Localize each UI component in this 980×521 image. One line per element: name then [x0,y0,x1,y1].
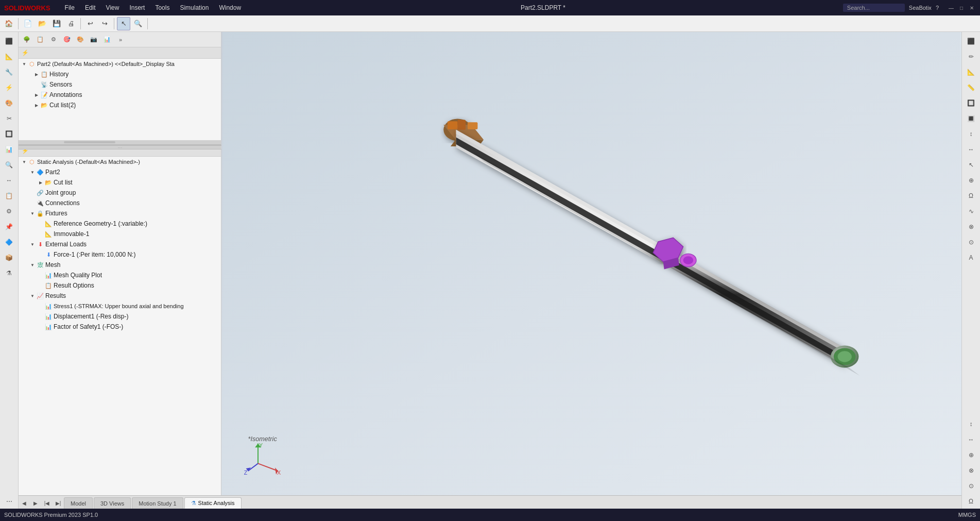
3d-viewport[interactable]: Y Z X *Isometric [221,32,961,509]
part2-arrow[interactable]: ▼ [29,169,36,176]
right-icon-bottom-6[interactable]: Ω [964,494,978,509]
sidebar-icon-11[interactable]: 📋 [2,189,16,203]
save-button[interactable]: 💾 [50,17,63,30]
sidebar-icon-bottom[interactable]: ⋯ [2,494,16,509]
sidebar-icon-13[interactable]: 📌 [2,220,16,234]
panel-splitter[interactable]: ··· [19,145,221,149]
right-icon-10[interactable]: ⊕ [964,173,978,188]
tab-next-btn[interactable]: ▶ [31,498,40,508]
right-icon-bottom-1[interactable]: ↕ [964,417,978,431]
sim-ext-loads[interactable]: ▼ ⬇ External Loads [19,239,221,249]
close-button[interactable]: ✕ [968,4,976,12]
right-icon-4[interactable]: 📏 [964,80,978,95]
redo-button[interactable]: ↪ [98,17,111,30]
sim-immovable[interactable]: ▶ 📐 Immovable-1 [19,229,221,239]
feature-tree-btn[interactable]: 🌳 [21,33,33,46]
sim-mesh[interactable]: ▼ 🕸 Mesh [19,260,221,270]
fixtures-arrow[interactable]: ▼ [29,210,36,217]
right-icon-1[interactable]: ⬛ [964,34,978,48]
tab-motion-study[interactable]: Motion Study 1 [132,497,183,509]
menu-tools[interactable]: Tools [153,3,171,12]
right-icon-5[interactable]: 🔲 [964,96,978,110]
sim-joint-group[interactable]: ▶ 🔗 Joint group [19,188,221,198]
sim-force1[interactable]: ▶ ⬇ Force-1 (:Per item: 10,000 N:) [19,249,221,260]
right-icon-bottom-2[interactable]: ↔ [964,432,978,447]
tree-item-cut-list[interactable]: ▶ 📂 Cut list(2) [19,100,221,110]
sim-fos1[interactable]: ▶ 📊 Factor of Safety1 (-FOS-) [19,322,221,332]
dim-xpert-btn[interactable]: 🎯 [61,33,73,46]
sim-results[interactable]: ▼ 📈 Results [19,291,221,301]
sim-ref-geo[interactable]: ▶ 📐 Reference Geometry-1 (:variable:) [19,219,221,229]
right-icon-9[interactable]: ↖ [964,158,978,172]
sim-part2[interactable]: ▼ 🔷 Part2 [19,167,221,177]
maximize-button[interactable]: □ [957,4,966,12]
config-manager-btn[interactable]: ⚙ [47,33,60,46]
sim-connections[interactable]: ▶ 🔌 Connections [19,198,221,208]
sidebar-icon-7[interactable]: 🔲 [2,127,16,141]
right-icon-13[interactable]: ⊗ [964,220,978,234]
right-icon-11[interactable]: Ω [964,189,978,203]
mesh-arrow[interactable]: ▼ [29,261,36,268]
tree-root-item[interactable]: ▼ ⬡ Part2 (Default<As Machined>) <<Defau… [19,59,221,69]
sidebar-icon-12[interactable]: ⚙ [2,204,16,219]
sim-displacement1[interactable]: ▶ 📊 Displacement1 (-Res disp-) [19,311,221,322]
sidebar-icon-15[interactable]: 📦 [2,250,16,265]
scroll-thumb-h[interactable] [64,141,115,143]
horizontal-scrollbar[interactable] [19,140,221,144]
sidebar-icon-14[interactable]: 🔷 [2,235,16,249]
simulation-study-btn[interactable]: 📊 [101,33,113,46]
select-button[interactable]: ↖ [117,17,130,30]
menu-view[interactable]: View [104,3,122,12]
cut-list-arrow[interactable]: ▶ [33,102,40,109]
cam-btn[interactable]: 📷 [88,33,100,46]
tab-3d-views[interactable]: 3D Views [94,497,131,509]
sidebar-icon-6[interactable]: ✂ [2,111,16,126]
menu-insert[interactable]: Insert [127,3,147,12]
right-icon-7[interactable]: ↕ [964,127,978,141]
open-button[interactable]: 📂 [36,17,49,30]
sidebar-icon-9[interactable]: 🔍 [2,158,16,172]
tree-item-history[interactable]: ▶ 📋 History [19,69,221,79]
sidebar-icon-1[interactable]: ⬛ [2,34,16,48]
undo-button[interactable]: ↩ [83,17,97,30]
right-icon-15[interactable]: A [964,250,978,265]
search-bar[interactable]: Search... [843,4,905,12]
history-arrow[interactable]: ▶ [33,71,40,78]
print-button[interactable]: 🖨 [64,17,78,30]
right-icon-12[interactable]: ∿ [964,204,978,219]
sim-mesh-quality[interactable]: ▶ 📊 Mesh Quality Plot [19,270,221,280]
ext-loads-arrow[interactable]: ▼ [29,241,36,248]
sim-root-arrow[interactable]: ▼ [21,158,28,165]
sim-stress1[interactable]: ▶ 📊 Stress1 (-STRMAX: Upper bound axial … [19,301,221,311]
sidebar-icon-5[interactable]: 🎨 [2,96,16,110]
right-icon-bottom-3[interactable]: ⊕ [964,448,978,462]
sidebar-icon-8[interactable]: 📊 [2,142,16,157]
tab-model[interactable]: Model [64,497,93,509]
zoom-button[interactable]: 🔍 [131,17,145,30]
annotations-arrow[interactable]: ▶ [33,91,40,98]
appearance-btn[interactable]: 🎨 [74,33,87,46]
menu-window[interactable]: Window [217,3,243,12]
sim-result-options[interactable]: ▶ 📋 Result Options [19,280,221,291]
right-icon-6[interactable]: 🔳 [964,111,978,126]
sim-cut-list[interactable]: ▶ 📂 Cut list [19,177,221,188]
tab-prev-btn[interactable]: ◀ [20,498,29,508]
menu-file[interactable]: File [63,3,77,12]
sim-fixtures[interactable]: ▼ 🔒 Fixtures [19,208,221,219]
right-icon-bottom-4[interactable]: ⊗ [964,463,978,478]
sidebar-icon-10[interactable]: ↔ [2,173,16,188]
sidebar-icon-4[interactable]: ⚡ [2,80,16,95]
minimize-button[interactable]: — [947,4,955,12]
tab-last-btn[interactable]: ▶| [54,498,63,508]
right-icon-14[interactable]: ⊙ [964,235,978,249]
tab-first-btn[interactable]: |◀ [42,498,51,508]
right-icon-2[interactable]: ✏ [964,49,978,64]
cut-list-sim-arrow[interactable]: ▶ [37,179,44,186]
help-icon[interactable]: ? [936,5,939,11]
right-icon-8[interactable]: ↔ [964,142,978,157]
right-icon-3[interactable]: 📐 [964,65,978,79]
menu-edit[interactable]: Edit [83,3,98,12]
tree-item-annotations[interactable]: ▶ 📝 Annotations [19,90,221,100]
property-manager-btn[interactable]: 📋 [34,33,46,46]
root-arrow[interactable]: ▼ [21,60,28,68]
